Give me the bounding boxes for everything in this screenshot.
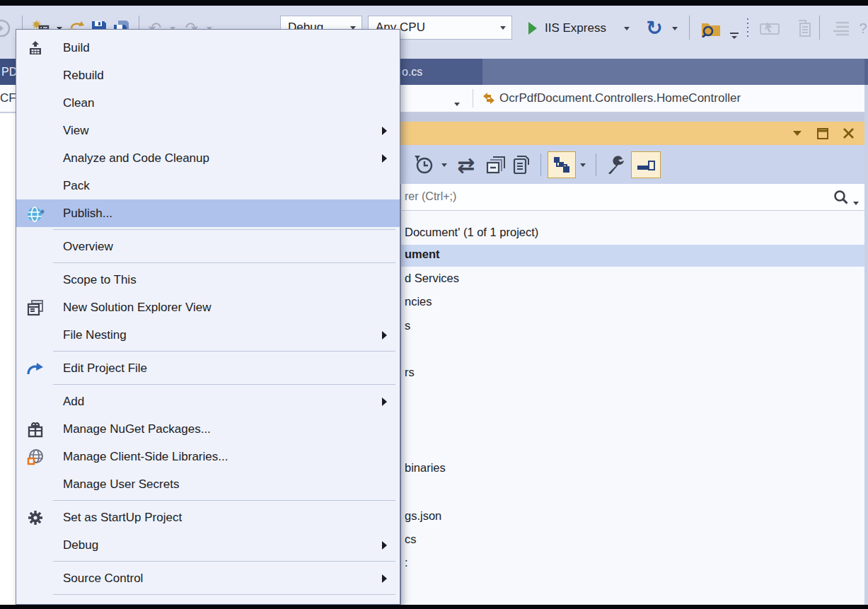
window-edge <box>864 59 868 85</box>
tree-item[interactable]: : <box>405 556 408 569</box>
find-in-files-icon[interactable] <box>699 18 723 38</box>
menu-item-label: New Solution Explorer View <box>63 301 211 315</box>
window-bottom-border <box>0 605 868 609</box>
solution-explorer-title-bar[interactable] <box>400 122 864 145</box>
tree-item[interactable]: s <box>405 319 410 332</box>
maximize-icon[interactable] <box>812 122 833 145</box>
refresh-dropdown-caret[interactable] <box>671 18 679 38</box>
menu-separator <box>53 594 395 595</box>
select-element-icon[interactable] <box>758 18 782 38</box>
window-position-caret-icon[interactable] <box>787 122 808 145</box>
solution-explorer-search-input[interactable] <box>400 184 864 211</box>
menu-item-debug[interactable]: Debug <box>16 531 400 559</box>
sync-icon[interactable]: ⇄ <box>454 155 478 175</box>
publish-icon <box>16 204 54 223</box>
run-profile-label[interactable]: IIS Express <box>545 21 606 35</box>
edit-project-file-icon <box>16 360 54 377</box>
help-icon[interactable]: ? <box>857 18 868 38</box>
menu-item-manage-client-side-libraries[interactable]: Manage Client-Side Libraries... <box>16 443 400 470</box>
submenu-arrow-icon <box>382 154 387 163</box>
build-icon <box>16 40 54 56</box>
menu-item-manage-nuget-packages[interactable]: Manage NuGet Packages... <box>16 415 400 443</box>
search-options-caret[interactable] <box>853 195 859 208</box>
toolbar-overflow-icon[interactable] <box>729 27 740 47</box>
pending-changes-filter-icon[interactable] <box>412 155 436 175</box>
scrollbar-track[interactable] <box>864 85 868 605</box>
submenu-arrow-icon <box>382 541 387 550</box>
menu-item-manage-user-secrets[interactable]: Manage User Secrets <box>16 470 400 498</box>
menu-item-overview[interactable]: Overview <box>16 233 400 260</box>
menu-item-publish[interactable]: Publish... <box>16 199 400 227</box>
tree-item-solution[interactable]: Document' (1 of 1 project) <box>405 226 538 239</box>
menu-item-edit-project-file[interactable]: Edit Project File <box>16 354 400 382</box>
close-icon[interactable] <box>838 122 859 145</box>
menu-item-label: Scope to This <box>63 273 137 287</box>
tree-item[interactable]: gs.json <box>405 509 441 523</box>
panel-gap <box>400 113 868 122</box>
search-placeholder-fragment: rer (Ctrl+;) <box>405 190 456 203</box>
menu-item-new-solution-explorer-view[interactable]: New Solution Explorer View <box>16 294 400 321</box>
preview-selected-items-icon[interactable] <box>631 151 661 178</box>
panel-toolbar-separator <box>540 153 541 176</box>
tree-item[interactable]: ncies <box>405 295 432 308</box>
menu-separator <box>53 262 395 263</box>
menu-separator <box>53 351 395 352</box>
menu-item-label: Manage User Secrets <box>63 477 179 492</box>
menu-item-analyze-and-code-cleanup[interactable]: Analyze and Code Cleanup <box>16 144 400 172</box>
toolbar-separator <box>689 16 690 40</box>
navigate-forward-icon[interactable] <box>0 18 11 38</box>
menu-item-view[interactable]: View <box>16 117 400 144</box>
menu-item-source-control[interactable]: Source Control <box>16 564 400 592</box>
menu-item-label: File Nesting <box>63 328 127 342</box>
menu-item-label: Debug <box>63 538 98 552</box>
menu-item-file-nesting[interactable]: File Nesting <box>16 321 400 349</box>
visual-studio-window: ↶ ↷ Debug Any CPU IIS Express ↻ <box>0 0 868 609</box>
client-side-libraries-icon <box>16 448 54 465</box>
filter-dropdown-caret[interactable] <box>440 155 449 175</box>
menu-item-label: Manage NuGet Packages... <box>63 422 211 436</box>
tree-item-project-selected[interactable]: ument <box>401 245 864 267</box>
tree-item[interactable]: cs <box>405 533 417 546</box>
menu-item-rebuild[interactable]: Rebuild <box>16 62 400 89</box>
window-top-border <box>0 0 868 6</box>
tree-item[interactable]: rs <box>405 366 415 379</box>
tree-item[interactable]: binaries <box>405 461 446 475</box>
document-tab-left-fragment[interactable]: PD <box>0 59 17 85</box>
start-debug-play-icon[interactable] <box>526 18 539 38</box>
menu-item-label: Build <box>63 41 90 55</box>
menu-item-label: Add <box>63 395 84 409</box>
navbar-left-dropdown-caret[interactable] <box>454 96 460 109</box>
menu-item-label: Set as StartUp Project <box>63 511 182 525</box>
menu-item-add[interactable]: Add <box>16 388 400 415</box>
sync-dropdown-caret[interactable] <box>579 155 587 175</box>
menu-separator <box>53 561 395 562</box>
show-all-files-icon[interactable] <box>509 155 533 175</box>
menu-separator <box>53 229 395 230</box>
tab-label: o.cs <box>402 66 422 79</box>
sync-with-active-document-icon[interactable] <box>548 151 576 178</box>
list-members-icon[interactable] <box>831 18 852 38</box>
menu-item-scope-to-this[interactable]: Scope to This <box>16 266 400 294</box>
properties-wrench-icon[interactable] <box>603 155 628 175</box>
run-dropdown-caret[interactable] <box>623 18 631 38</box>
submenu-arrow-icon <box>382 398 387 406</box>
copy-structure-icon[interactable] <box>789 18 814 38</box>
search-icon[interactable] <box>833 190 849 205</box>
menu-item-label: Rebuild <box>63 69 104 83</box>
navbar-left-fragment[interactable]: CF <box>0 91 16 105</box>
menu-item-label: View <box>63 124 89 138</box>
menu-item-clean[interactable]: Clean <box>16 89 400 117</box>
menu-item-label: Publish... <box>63 207 112 221</box>
new-solution-explorer-view-icon <box>16 299 54 316</box>
solution-explorer-toolbar: ⇄ <box>400 145 864 184</box>
collapse-all-icon[interactable] <box>484 155 508 175</box>
menu-item-set-as-startup-project[interactable]: Set as StartUp Project <box>16 504 400 531</box>
menu-item-pack[interactable]: Pack <box>16 172 400 199</box>
menu-item-build[interactable]: Build <box>16 34 400 62</box>
refresh-icon[interactable]: ↻ <box>642 18 666 38</box>
toolbar-drag-grip[interactable] <box>746 17 750 38</box>
menu-separator <box>53 500 395 501</box>
tree-item[interactable]: d Services <box>405 272 459 285</box>
project-context-menu: Build Rebuild Clean View Analyze and Cod… <box>16 29 400 605</box>
navbar-type-dropdown[interactable]: OcrPdfDocument.Controllers.HomeControlle… <box>499 91 741 105</box>
